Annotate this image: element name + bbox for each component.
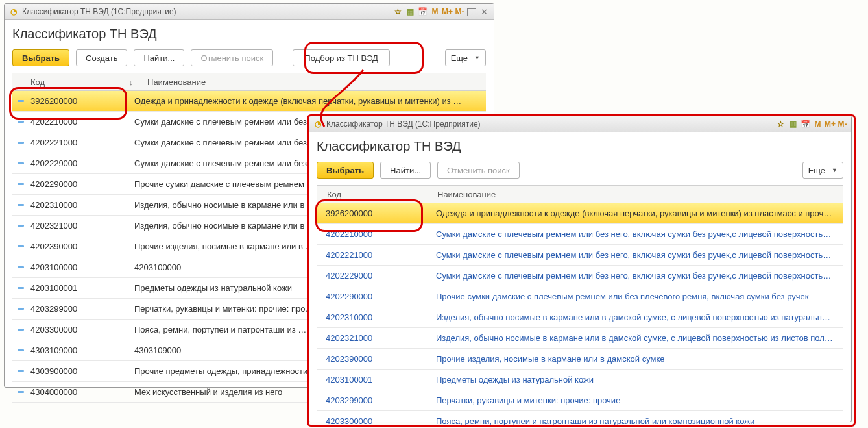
cell-code: 4303900000 <box>30 366 77 376</box>
page-title: Классификатор ТН ВЭД <box>5 20 494 47</box>
star-icon[interactable]: ☆ <box>393 7 403 17</box>
table-header: Код Наименование <box>317 185 843 203</box>
th-code[interactable]: Код <box>317 190 431 199</box>
page-title: Классификатор ТН ВЭД <box>309 132 851 159</box>
star-icon[interactable]: ☆ <box>776 120 786 129</box>
m-label[interactable]: M <box>813 120 823 129</box>
cancel-search-button[interactable]: Отменить поиск <box>437 162 520 179</box>
minus-icon <box>18 225 24 227</box>
select-button[interactable]: Выбрать <box>317 162 374 179</box>
close-icon[interactable]: ✕ <box>479 6 490 18</box>
mm-label[interactable]: M- <box>838 120 847 129</box>
cell-name: Одежда и принадлежности к одежде (включа… <box>128 96 486 106</box>
cell-code: 4304000000 <box>30 387 77 397</box>
cell-name: Сумки дамские с плечевым ремнем или без … <box>429 250 843 260</box>
calc-icon[interactable]: ▦ <box>788 120 798 129</box>
minus-icon <box>18 370 24 372</box>
cell-code: 4202290000 <box>30 179 77 189</box>
cell-name: Сумки дамские с плечевым ремнем или без … <box>429 271 843 281</box>
table-header: Код ↓ Наименование <box>12 73 486 91</box>
minus-icon <box>18 329 24 331</box>
table-body: 3926200000Одежда и принадлежности к одеж… <box>317 203 843 428</box>
minus-icon <box>18 142 24 144</box>
create-button[interactable]: Создать <box>76 49 127 66</box>
cell-code: 4202310000 <box>30 200 77 210</box>
cal-icon[interactable]: 📅 <box>418 7 428 17</box>
cell-code: 4203299000 <box>30 304 77 314</box>
cell-code: 4202210000 <box>30 117 77 127</box>
toolbar: Выбрать Найти... Отменить поиск Еще ▼ <box>309 159 851 185</box>
minus-icon <box>18 391 24 393</box>
minus-icon <box>18 349 24 351</box>
cell-name: Одежда и принадлежности к одежде (включа… <box>429 208 843 218</box>
cell-code: 4202210000 <box>326 229 372 239</box>
minus-icon <box>18 287 24 289</box>
cancel-search-button[interactable]: Отменить поиск <box>191 49 273 66</box>
minus-icon <box>18 245 24 247</box>
minus-icon <box>18 121 24 123</box>
table-row[interactable]: 4203299000Перчатки, рукавицы и митенки: … <box>317 390 843 411</box>
minus-icon <box>18 204 24 206</box>
select-button[interactable]: Выбрать <box>12 49 69 66</box>
app-icon: ◔ <box>8 7 18 17</box>
th-name[interactable]: Наименование <box>431 190 843 199</box>
cell-name: Прочие сумки дамские с плечевым ремнем и… <box>429 292 843 301</box>
m-label[interactable]: M <box>430 7 440 17</box>
cell-name: Изделия, обычно носимые в кармане или в … <box>429 333 843 343</box>
more-button[interactable]: Еще ▼ <box>802 162 843 179</box>
cell-code: 3926200000 <box>326 208 372 218</box>
cell-code: 4203299000 <box>326 396 372 405</box>
table-row[interactable]: 4203100001Предметы одежды из натуральной… <box>317 370 843 390</box>
cell-code: 4202229000 <box>30 158 77 168</box>
cell-code: 4203300000 <box>326 416 372 426</box>
table-row[interactable]: 3926200000Одежда и принадлежности к одеж… <box>317 203 843 224</box>
cell-code: 4203300000 <box>30 325 77 334</box>
cell-name: Прочие изделия, носимые в кармане или в … <box>429 354 843 364</box>
mm-label[interactable]: M- <box>455 7 464 17</box>
pick-button[interactable]: Подбор из ТН ВЭД <box>293 49 390 66</box>
table-row[interactable]: 4202210000Сумки дамские с плечевым ремне… <box>317 224 843 245</box>
cell-code: 4202321000 <box>326 333 372 343</box>
cell-name: Сумки дамские с плечевым ремнем или без … <box>429 229 843 239</box>
mp-label[interactable]: M+ <box>825 120 835 129</box>
cell-code: 3926200000 <box>30 96 77 106</box>
toolbar: Выбрать Создать Найти... Отменить поиск … <box>5 47 494 73</box>
table-row[interactable]: 4202221000Сумки дамские с плечевым ремне… <box>317 245 843 266</box>
more-button[interactable]: Еще ▼ <box>445 49 486 66</box>
th-code[interactable]: Код ↓ <box>12 77 141 87</box>
table-row[interactable]: 4202290000Прочие сумки дамские с плечевы… <box>317 286 843 307</box>
cell-name: Изделия, обычно носимые в кармане или в … <box>429 312 843 322</box>
th-name[interactable]: Наименование <box>141 77 486 87</box>
table-row[interactable]: 3926200000Одежда и принадлежности к одеж… <box>12 91 486 112</box>
cell-code: 4203100001 <box>326 375 372 384</box>
window-popup: ◔ Классификатор ТН ВЭД (1С:Предприятие) … <box>308 116 852 422</box>
table-row[interactable]: 4202321000Изделия, обычно носимые в карм… <box>317 328 843 349</box>
cal-icon[interactable]: 📅 <box>801 120 810 129</box>
sort-indicator: ↓ <box>129 77 134 87</box>
cell-code: 4203100001 <box>30 283 77 293</box>
find-button[interactable]: Найти... <box>380 162 431 179</box>
cell-name: Перчатки, рукавицы и митенки: прочие: пр… <box>429 396 843 405</box>
cell-name: Пояса, ремни, портупеи и патронташи из н… <box>429 416 843 426</box>
cell-code: 4303109000 <box>30 346 77 355</box>
table-row[interactable]: 4203300000Пояса, ремни, портупеи и патро… <box>317 411 843 428</box>
cell-code: 4202290000 <box>326 292 372 301</box>
table-row[interactable]: 4202229000Сумки дамские с плечевым ремне… <box>317 266 843 286</box>
find-button[interactable]: Найти... <box>134 49 184 66</box>
more-label: Еще <box>808 166 825 175</box>
cell-code: 4202221000 <box>30 138 77 147</box>
cell-code: 4202310000 <box>326 312 372 322</box>
chevron-down-icon: ▼ <box>474 55 480 61</box>
maximize-icon[interactable] <box>467 8 476 16</box>
cell-name: Предметы одежды из натуральной кожи <box>429 375 843 384</box>
app-icon: ◔ <box>313 120 322 129</box>
minus-icon <box>18 183 24 185</box>
cell-code: 4202321000 <box>30 221 77 231</box>
mp-label[interactable]: M+ <box>442 7 452 17</box>
minus-icon <box>18 266 24 268</box>
calc-icon[interactable]: ▦ <box>405 7 415 17</box>
window-title: Классификатор ТН ВЭД (1С:Предприятие) <box>326 120 481 129</box>
minus-icon <box>18 308 24 310</box>
table-row[interactable]: 4202390000Прочие изделия, носимые в карм… <box>317 349 843 370</box>
table-row[interactable]: 4202310000Изделия, обычно носимые в карм… <box>317 307 843 328</box>
